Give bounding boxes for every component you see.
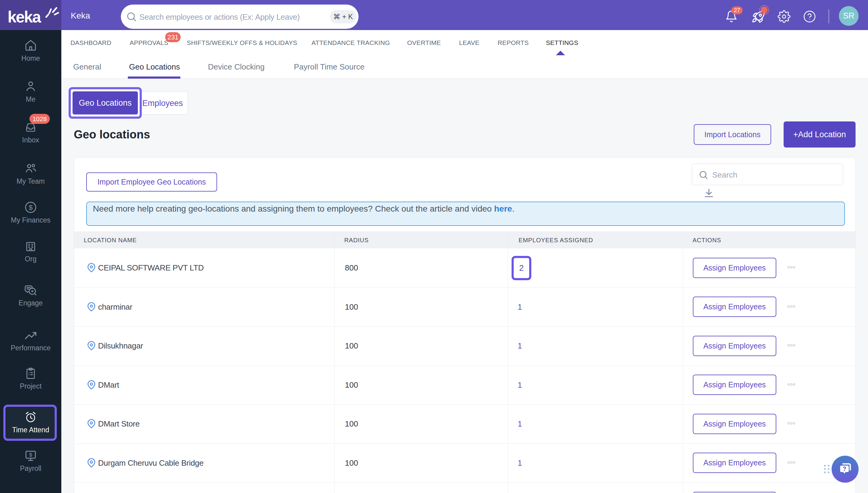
svg-text:?: ? bbox=[843, 465, 846, 472]
svg-text:$: $ bbox=[29, 452, 32, 458]
svg-text:$: $ bbox=[29, 203, 33, 211]
